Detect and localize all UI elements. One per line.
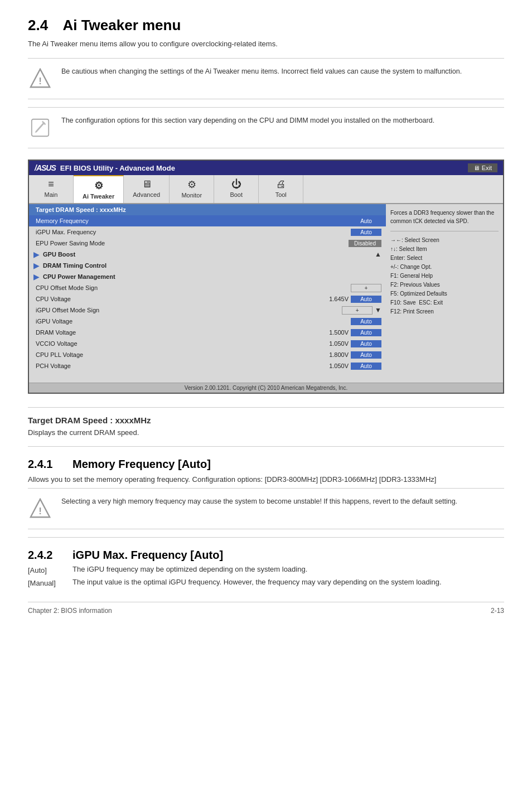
bios-cpu-power-row[interactable]: ▶ CPU Power Management [29, 271, 386, 282]
bios-igpu-offset-mode-label: iGPU Offset Mode Sign [33, 307, 303, 313]
sub-242-auto-row: [Auto] The iGPU frequency may be optimiz… [28, 565, 504, 578]
bios-cpu-offset-mode-btn[interactable]: + [351, 284, 381, 292]
notice-caution-text: Be cautious when changing the settings o… [61, 66, 462, 77]
help-f2: F2: Previous Values [390, 281, 499, 289]
bios-igpu-voltage-btn[interactable]: Auto [351, 318, 381, 325]
bios-dram-timing-row[interactable]: ▶ DRAM Timing Control [29, 260, 386, 271]
help-f5: F5: Optimized Defaults [390, 289, 499, 298]
bios-dram-voltage-row[interactable]: DRAM Voltage 1.500V Auto [29, 327, 386, 338]
sub-242-manual-row: [Manual] The input value is the optimal … [28, 578, 504, 591]
footer-right: 2-13 [491, 607, 504, 615]
bios-rows: Target DRAM Speed : xxxxMHz Memory Frequ… [29, 204, 386, 383]
bios-target-dram-label: Target DRAM Speed : xxxxMHz [33, 206, 381, 213]
nav-advanced-label: Advanced [133, 191, 160, 198]
bios-memory-frequency-row[interactable]: Memory Frequency Auto [29, 215, 386, 226]
bios-igpu-offset-mode-btn[interactable]: + [342, 306, 373, 315]
bios-igpu-voltage-label: iGPU Voltage [33, 318, 312, 325]
bios-gpu-boost-arrow: ▶ [33, 250, 40, 259]
bios-scroll-up: ▲ [375, 250, 381, 258]
nav-advanced[interactable]: 🖥 Advanced [124, 175, 170, 203]
sub-242-manual-desc: The input value is the optimal iGPU freq… [72, 578, 504, 591]
bios-logo: /ASUS [35, 163, 56, 172]
notice-box-frequency-warning: ! Selecting a very high memory frequency… [28, 488, 504, 529]
sub-242-auto-label: [Auto] [28, 565, 72, 578]
exit-icon: 🖥 [473, 165, 480, 171]
notice-frequency-text: Selecting a very high memory frequency m… [61, 496, 457, 507]
svg-text:!: ! [38, 506, 42, 516]
nav-main-label: Main [45, 191, 58, 198]
sub-section-242-title: 2.4.2 iGPU Max. Frequency [Auto] [28, 549, 504, 562]
bios-igpu-offset-mode-row[interactable]: iGPU Offset Mode Sign + ▼ [29, 305, 386, 316]
bios-cpu-pll-voltage-label: CPU PLL Voltage [33, 351, 312, 358]
sub-241-desc: Allows you to set the memory operating f… [28, 474, 504, 485]
nav-main[interactable]: ≡ Main [29, 175, 74, 203]
section-description: The Ai Tweaker menu items allow you to c… [28, 40, 504, 48]
nav-monitor-label: Monitor [181, 192, 202, 199]
bios-pch-voltage-btn[interactable]: Auto [351, 363, 381, 370]
bios-header-left: /ASUS EFI BIOS Utility - Advanced Mode [35, 163, 175, 172]
bios-cpu-offset-mode-row[interactable]: CPU Offset Mode Sign + [29, 282, 386, 293]
bios-dram-voltage-label: DRAM Voltage [33, 329, 312, 336]
divider-1 [28, 407, 504, 408]
bios-pch-voltage-row[interactable]: PCH Voltage 1.050V Auto [29, 360, 386, 371]
exit-label: Exit [482, 165, 492, 171]
bios-igpu-max-freq-btn[interactable]: Auto [351, 229, 381, 236]
nav-tool-icon: 🖨 [276, 178, 286, 190]
bios-vccio-voltage-left: 1.050V [312, 340, 351, 347]
nav-monitor-icon: ⚙ [187, 178, 196, 191]
bios-dram-voltage-btn[interactable]: Auto [351, 329, 381, 336]
nav-boot-label: Boot [230, 191, 243, 198]
notice-info-text: The configuration options for this secti… [61, 115, 434, 126]
nav-boot-icon: ⏻ [231, 178, 241, 190]
bios-cpu-voltage-label: CPU Voltage [33, 296, 312, 302]
caution-icon: ! [28, 66, 52, 91]
bios-igpu-max-freq-row[interactable]: iGPU Max. Frequency Auto [29, 226, 386, 238]
bios-help-text: →←: Select Screen ↑↓: Select Item Enter:… [390, 236, 499, 316]
bios-memory-frequency-btn[interactable]: Auto [351, 218, 381, 225]
bios-cpu-voltage-left: 1.645V [312, 296, 351, 302]
bios-epu-power-row[interactable]: EPU Power Saving Mode Disabled [29, 238, 386, 249]
nav-ai-tweaker-icon: ⚙ [94, 180, 103, 192]
bios-cpu-voltage-btn[interactable]: Auto [351, 296, 381, 303]
info-icon [28, 115, 52, 140]
help-f1: F1: General Help [390, 272, 499, 281]
svg-text:!: ! [38, 76, 42, 86]
nav-ai-tweaker[interactable]: ⚙ Ai Tweaker [74, 175, 124, 203]
sub-242-auto-desc: The iGPU frequency may be optimized depe… [72, 565, 504, 578]
bios-cpu-power-arrow: ▶ [33, 272, 40, 281]
frequency-caution-icon: ! [28, 496, 52, 521]
sub-242-table: [Auto] The iGPU frequency may be optimiz… [28, 565, 504, 591]
bios-vccio-voltage-row[interactable]: VCCIO Voltage 1.050V Auto [29, 338, 386, 349]
nav-tool-label: Tool [275, 191, 287, 198]
bios-dram-timing-label: DRAM Timing Control [41, 262, 381, 269]
bios-igpu-voltage-row[interactable]: iGPU Voltage Auto [29, 316, 386, 327]
bios-epu-power-btn[interactable]: Disabled [349, 240, 381, 247]
bios-cpu-power-label: CPU Power Management [41, 273, 381, 280]
page-footer: Chapter 2: BIOS information 2-13 [28, 602, 504, 615]
bios-cpu-offset-mode-label: CPU Offset Mode Sign [33, 284, 312, 291]
help-change-opt: +/-: Change Opt. [390, 263, 499, 272]
nav-monitor[interactable]: ⚙ Monitor [170, 175, 214, 203]
bios-cpu-pll-voltage-row[interactable]: CPU PLL Voltage 1.800V Auto [29, 349, 386, 360]
help-select-item: ↑↓: Select Item [390, 245, 499, 254]
bios-nav: ≡ Main ⚙ Ai Tweaker 🖥 Advanced ⚙ Monitor… [29, 175, 503, 204]
nav-boot[interactable]: ⏻ Boot [214, 175, 259, 203]
bios-gpu-boost-row[interactable]: ▶ GPU Boost ▲ [29, 249, 386, 260]
svg-line-3 [36, 123, 44, 132]
bios-screenshot: /ASUS EFI BIOS Utility - Advanced Mode 🖥… [28, 160, 504, 394]
nav-ai-tweaker-label: Ai Tweaker [83, 193, 114, 200]
bios-body: Target DRAM Speed : xxxxMHz Memory Frequ… [29, 204, 503, 383]
bios-cpu-pll-voltage-btn[interactable]: Auto [351, 351, 381, 359]
bios-cpu-pll-voltage-left: 1.800V [312, 351, 351, 358]
footer-left: Chapter 2: BIOS information [28, 607, 112, 615]
help-f10: F10: Save ESC: Exit [390, 298, 499, 307]
nav-tool[interactable]: 🖨 Tool [259, 175, 303, 203]
bios-exit-button[interactable]: 🖥 Exit [468, 163, 497, 172]
bios-right-panel: Forces a DDR3 frequency slower than the … [386, 204, 503, 383]
bios-gpu-boost-label: GPU Boost [41, 251, 212, 258]
bios-epu-power-label: EPU Power Saving Mode [33, 240, 309, 247]
bios-header: /ASUS EFI BIOS Utility - Advanced Mode 🖥… [29, 161, 503, 175]
bios-vccio-voltage-btn[interactable]: Auto [351, 340, 381, 347]
bios-cpu-voltage-row[interactable]: CPU Voltage 1.645V Auto [29, 293, 386, 305]
target-dram-title: Target DRAM Speed : xxxxMHz [28, 416, 504, 425]
